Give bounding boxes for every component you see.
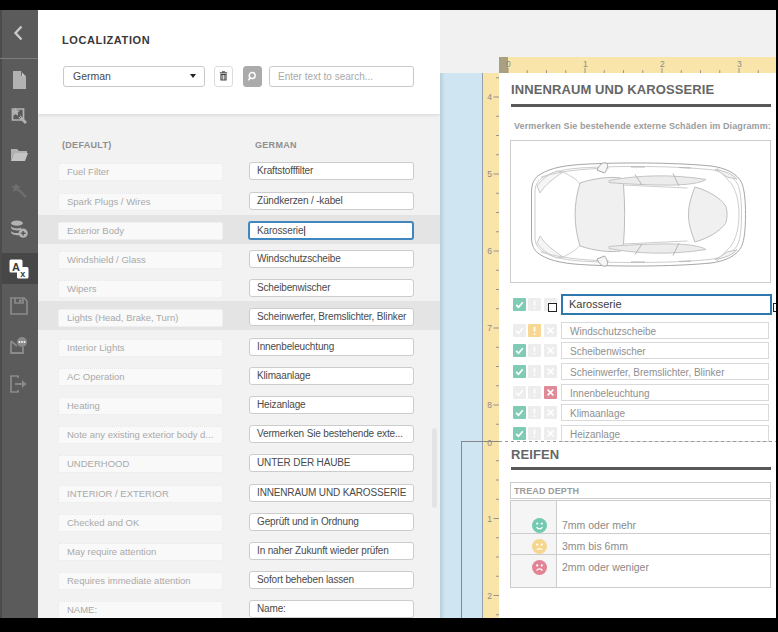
svg-text:x: x [20, 269, 25, 279]
svg-text:A: A [12, 261, 20, 273]
